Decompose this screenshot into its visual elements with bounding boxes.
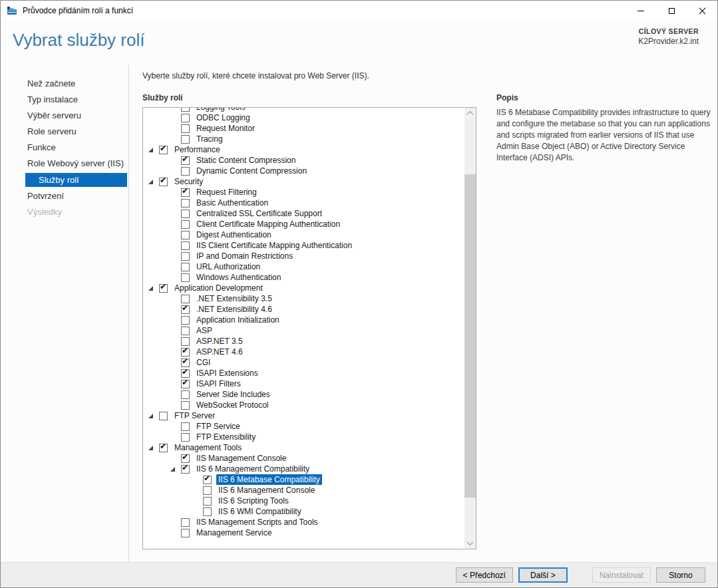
cancel-button[interactable]: Storno <box>656 567 705 583</box>
tree-item[interactable]: ✔Management Tools <box>143 442 464 453</box>
tree-item-checkbox[interactable]: ✔ <box>203 486 212 495</box>
tree-item[interactable]: ✔Dynamic Content Compression <box>143 166 464 176</box>
maximize-button[interactable] <box>656 1 687 21</box>
tree-item[interactable]: ✔IIS 6 WMI Compatibility <box>143 506 464 517</box>
tree-item-checkbox[interactable]: ✔ <box>159 412 168 420</box>
tree-item[interactable]: ✔Windows Authentication <box>143 272 464 283</box>
tree-item-checkbox[interactable]: ✔ <box>181 518 190 527</box>
tree-item-checkbox[interactable]: ✔ <box>159 284 168 293</box>
tree-item[interactable]: ✔Performance <box>143 144 464 155</box>
tree-item[interactable]: ✔FTP Extensibility <box>143 432 464 442</box>
tree-item[interactable]: ✔ISAPI Extensions <box>143 368 464 378</box>
tree-item-checkbox[interactable]: ✔ <box>181 199 190 208</box>
tree-item[interactable]: ✔IIS 6 Management Compatibility <box>143 464 464 474</box>
tree-item-checkbox[interactable]: ✔ <box>181 156 190 165</box>
scroll-down-button[interactable] <box>464 537 476 549</box>
tree-item[interactable]: ✔FTP Service <box>143 421 464 432</box>
tree-item-checkbox[interactable]: ✔ <box>181 529 190 537</box>
tree-item-checkbox[interactable]: ✔ <box>181 220 190 229</box>
tree-item[interactable]: ✔Server Side Includes <box>143 389 464 400</box>
sidebar-item[interactable]: Role Webový server (IIS) <box>1 156 128 172</box>
tree-expander-icon[interactable] <box>148 180 159 184</box>
tree-item[interactable]: ✔Application Initialization <box>143 315 464 325</box>
tree-scrollbar[interactable] <box>464 108 476 549</box>
tree-expander-icon[interactable] <box>148 148 159 152</box>
tree-item-checkbox[interactable]: ✔ <box>181 454 190 463</box>
tree-item-checkbox[interactable]: ✔ <box>181 114 190 122</box>
tree-item-checkbox[interactable]: ✔ <box>181 359 190 367</box>
scroll-up-button[interactable] <box>464 108 476 119</box>
tree-item[interactable]: ✔FTP Server <box>143 410 464 421</box>
tree-item[interactable]: ✔Application Development <box>143 283 464 293</box>
tree-item[interactable]: ✔Security <box>143 176 464 187</box>
tree-item-checkbox[interactable]: ✔ <box>181 465 190 474</box>
tree-item[interactable]: ✔Request Filtering <box>143 187 464 198</box>
tree-item-checkbox[interactable]: ✔ <box>203 508 212 516</box>
tree-item-checkbox[interactable]: ✔ <box>181 273 190 282</box>
tree-item[interactable]: ✔IIS Client Certificate Mapping Authenti… <box>143 240 464 251</box>
tree-item[interactable]: ✔ASP <box>143 325 464 336</box>
tree-item[interactable]: ✔URL Authorization <box>143 261 464 272</box>
tree-item-checkbox[interactable]: ✔ <box>181 167 190 176</box>
tree-item[interactable]: ✔IIS 6 Metabase Compatibility <box>143 474 464 485</box>
tree-item-checkbox[interactable]: ✔ <box>203 476 212 484</box>
sidebar-item[interactable]: Potvrzení <box>1 188 128 204</box>
tree-item[interactable]: ✔IP and Domain Restrictions <box>143 251 464 261</box>
tree-item[interactable]: ✔Management Service <box>143 527 464 538</box>
sidebar-item[interactable]: Funkce <box>1 140 128 156</box>
tree-item[interactable]: ✔Request Monitor <box>143 123 464 134</box>
tree-item-checkbox[interactable]: ✔ <box>159 146 168 154</box>
tree-item[interactable]: ✔IIS Management Scripts and Tools <box>143 517 464 527</box>
sidebar-item[interactable]: Služby rolí <box>25 173 127 187</box>
tree-item[interactable]: ✔IIS 6 Scripting Tools <box>143 496 464 506</box>
tree-item[interactable]: ✔Static Content Compression <box>143 155 464 166</box>
tree-item[interactable]: ✔IIS 6 Management Console <box>143 485 464 496</box>
tree-item[interactable]: ✔Digest Authentication <box>143 229 464 240</box>
tree-item[interactable]: ✔.NET Extensibility 4.6 <box>143 304 464 315</box>
sidebar-item[interactable]: Typ instalace <box>1 92 128 108</box>
tree-item-checkbox[interactable]: ✔ <box>203 497 212 506</box>
tree-item-checkbox[interactable]: ✔ <box>181 401 190 410</box>
tree-item-checkbox[interactable]: ✔ <box>181 188 190 197</box>
tree-item[interactable]: ✔CGI <box>143 357 464 368</box>
tree-item-checkbox[interactable]: ✔ <box>181 348 190 357</box>
tree-item-checkbox[interactable]: ✔ <box>181 108 190 112</box>
tree-item[interactable]: ✔Logging Tools <box>143 108 464 112</box>
tree-item[interactable]: ✔ASP.NET 4.6 <box>143 347 464 357</box>
scrollbar-thumb[interactable] <box>464 174 476 498</box>
tree-item[interactable]: ✔Client Certificate Mapping Authenticati… <box>143 219 464 229</box>
next-button[interactable]: Další > <box>518 567 568 583</box>
tree-item-checkbox[interactable]: ✔ <box>181 422 190 431</box>
tree-item[interactable]: ✔WebSocket Protocol <box>143 400 464 410</box>
tree-item-checkbox[interactable]: ✔ <box>181 295 190 303</box>
title-bar[interactable]: Průvodce přidáním rolí a funkcí <box>1 1 717 21</box>
tree-expander-icon[interactable] <box>170 467 181 472</box>
tree-item[interactable]: ✔ASP.NET 3.5 <box>143 336 464 347</box>
tree-item-checkbox[interactable]: ✔ <box>159 178 168 186</box>
sidebar-item[interactable]: Než začnete <box>1 76 128 92</box>
previous-button[interactable]: < Předchozí <box>456 567 513 583</box>
sidebar-item[interactable]: Role serveru <box>1 124 128 140</box>
tree-item-checkbox[interactable]: ✔ <box>181 135 190 144</box>
tree-item-checkbox[interactable]: ✔ <box>159 444 168 452</box>
tree-item-checkbox[interactable]: ✔ <box>181 380 190 388</box>
tree-item-checkbox[interactable]: ✔ <box>181 124 190 133</box>
tree-item-checkbox[interactable]: ✔ <box>181 369 190 378</box>
tree-item-checkbox[interactable]: ✔ <box>181 252 190 261</box>
tree-item-checkbox[interactable]: ✔ <box>181 231 190 239</box>
tree-item[interactable]: ✔Basic Authentication <box>143 198 464 208</box>
close-button[interactable] <box>687 1 717 21</box>
tree-item-checkbox[interactable]: ✔ <box>181 210 190 218</box>
tree-item-checkbox[interactable]: ✔ <box>181 305 190 314</box>
tree-item-checkbox[interactable]: ✔ <box>181 337 190 346</box>
tree-item[interactable]: ✔Tracing <box>143 134 464 144</box>
tree-item[interactable]: ✔Centralized SSL Certificate Support <box>143 208 464 219</box>
tree-item[interactable]: ✔ODBC Logging <box>143 112 464 123</box>
tree-item[interactable]: ✔.NET Extensibility 3.5 <box>143 293 464 304</box>
tree-item-checkbox[interactable]: ✔ <box>181 316 190 325</box>
tree-item-checkbox[interactable]: ✔ <box>181 327 190 335</box>
tree-expander-icon[interactable] <box>148 446 159 450</box>
tree-item-checkbox[interactable]: ✔ <box>181 390 190 399</box>
tree-expander-icon[interactable] <box>148 414 159 418</box>
minimize-button[interactable] <box>626 1 656 21</box>
